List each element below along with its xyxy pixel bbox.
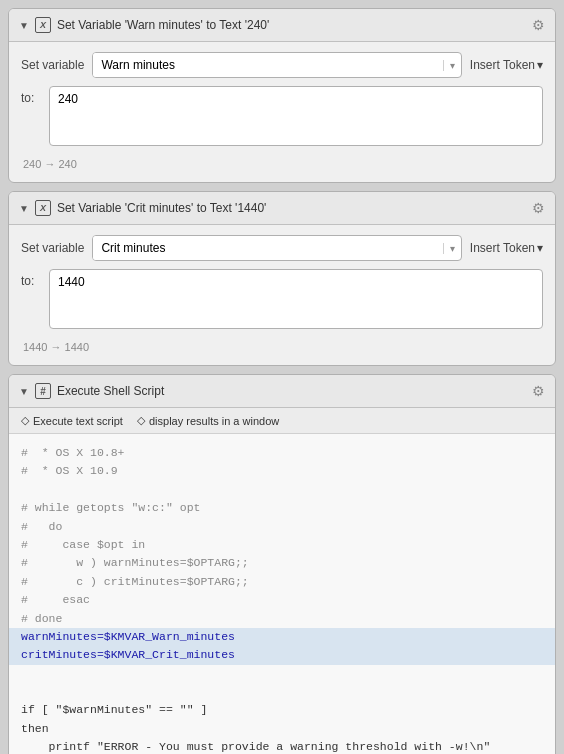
block-header-warn: ▼ X Set Variable 'Warn minutes' to Text … <box>9 9 555 42</box>
variable-icon-crit: X <box>35 200 51 216</box>
execute-prefix: ◇ <box>21 414 29 427</box>
chevron-crit[interactable]: ▼ <box>19 203 29 214</box>
result-warn: 240 → 240 <box>21 154 543 172</box>
set-variable-label: Set variable <box>21 58 84 72</box>
shell-header-left: ▼ # Execute Shell Script <box>19 383 164 399</box>
variable-name-input-warn[interactable] <box>93 53 442 77</box>
variable-input-wrap-warn: ▾ <box>92 52 461 78</box>
shell-icon: # <box>35 383 51 399</box>
execute-text-script-link[interactable]: Execute text script <box>33 415 123 427</box>
gear-icon-crit[interactable]: ⚙ <box>532 200 545 216</box>
variable-icon-warn: X <box>35 17 51 33</box>
gear-icon-warn[interactable]: ⚙ <box>532 17 545 33</box>
block-title-crit: Set Variable 'Crit minutes' to Text '144… <box>57 201 267 215</box>
shell-code-body: # * OS X 10.8+ # * OS X 10.9 # while get… <box>9 434 555 754</box>
display-prefix: ◇ <box>137 414 145 427</box>
chevron-shell[interactable]: ▼ <box>19 386 29 397</box>
set-variable-row-crit: Set variable ▾ Insert Token ▾ <box>21 235 543 261</box>
to-row-crit: to: 1440 <box>21 269 543 329</box>
to-value-crit[interactable]: 1440 <box>49 269 543 329</box>
block-body-crit: Set variable ▾ Insert Token ▾ to: 1440 1… <box>9 225 555 365</box>
to-value-warn[interactable]: 240 <box>49 86 543 146</box>
subheader-separator <box>127 415 133 427</box>
highlighted-vars: warnMinutes=$KMVAR_Warn_minutes critMinu… <box>9 628 555 665</box>
execute-shell-block: ▼ # Execute Shell Script ⚙ ◇ Execute tex… <box>8 374 556 754</box>
shell-title: Execute Shell Script <box>57 384 164 398</box>
header-left-crit: ▼ X Set Variable 'Crit minutes' to Text … <box>19 200 266 216</box>
shell-header: ▼ # Execute Shell Script ⚙ <box>9 375 555 408</box>
set-variable-warn-block: ▼ X Set Variable 'Warn minutes' to Text … <box>8 8 556 183</box>
gear-icon-shell[interactable]: ⚙ <box>532 383 545 399</box>
result-crit: 1440 → 1440 <box>21 337 543 355</box>
insert-token-btn-warn[interactable]: Insert Token ▾ <box>470 58 543 72</box>
dropdown-arrow-warn[interactable]: ▾ <box>443 60 461 71</box>
display-results-link[interactable]: display results in a window <box>149 415 279 427</box>
to-label-warn: to: <box>21 86 41 105</box>
set-variable-crit-block: ▼ X Set Variable 'Crit minutes' to Text … <box>8 191 556 366</box>
code-comment-1: # * OS X 10.8+ # * OS X 10.9 <box>21 446 125 477</box>
code-rest: if [ "$warnMinutes" == "" ] then printf … <box>21 703 497 754</box>
insert-token-btn-crit[interactable]: Insert Token ▾ <box>470 241 543 255</box>
block-title-warn: Set Variable 'Warn minutes' to Text '240… <box>57 18 269 32</box>
set-variable-label-crit: Set variable <box>21 241 84 255</box>
chevron-warn[interactable]: ▼ <box>19 20 29 31</box>
variable-name-input-crit[interactable] <box>93 236 442 260</box>
to-row-warn: to: 240 <box>21 86 543 146</box>
dropdown-arrow-crit[interactable]: ▾ <box>443 243 461 254</box>
block-header-crit: ▼ X Set Variable 'Crit minutes' to Text … <box>9 192 555 225</box>
variable-input-wrap-crit: ▾ <box>92 235 461 261</box>
header-left: ▼ X Set Variable 'Warn minutes' to Text … <box>19 17 269 33</box>
code-comment-while: # while getopts "w:c:" opt # do # case $… <box>21 501 249 624</box>
shell-subheader: ◇ Execute text script ◇ display results … <box>9 408 555 434</box>
to-label-crit: to: <box>21 269 41 288</box>
set-variable-row-warn: Set variable ▾ Insert Token ▾ <box>21 52 543 78</box>
block-body-warn: Set variable ▾ Insert Token ▾ to: 240 24… <box>9 42 555 182</box>
